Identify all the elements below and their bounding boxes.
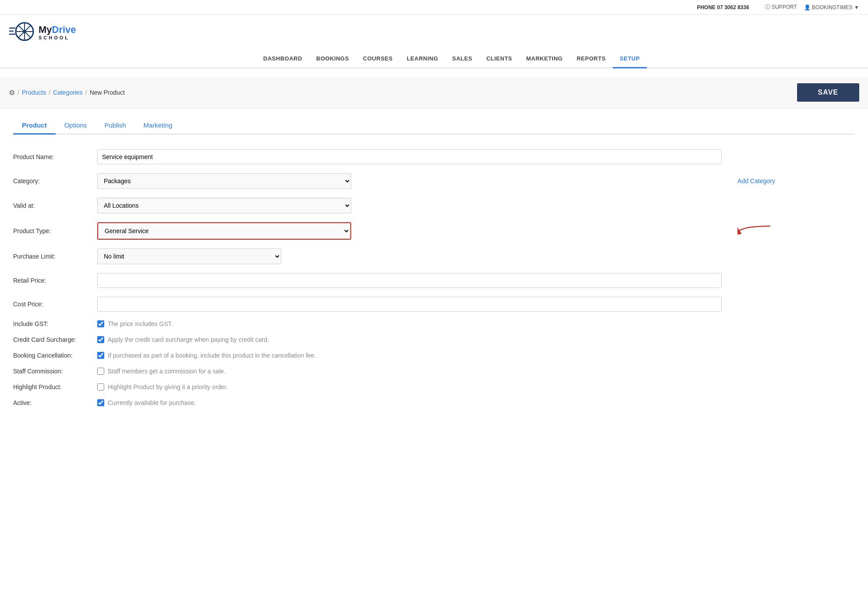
product-type-row: Product Type: General Service Course Pac… — [13, 218, 855, 244]
nav-setup[interactable]: SETUP — [613, 50, 647, 68]
purchase-limit-row: Purchase Limit: No limit 1 2 5 10 — [13, 244, 855, 269]
nav-clients[interactable]: CLIENTS — [479, 50, 519, 68]
booking-cancellation-row: Booking Cancellation: If purchased as pa… — [13, 348, 855, 363]
category-select[interactable]: Packages General Services — [97, 173, 351, 189]
nav-marketing[interactable]: MARKETING — [519, 50, 570, 68]
logo-text: MyDrive SCHOOL — [39, 25, 76, 40]
active-label: Active: — [13, 395, 92, 411]
staff-commission-checkbox-row: Staff members get a commission for a sal… — [97, 368, 722, 375]
valid-at-label: Valid at: — [13, 193, 92, 218]
staff-commission-row: Staff Commission: Staff members get a co… — [13, 363, 855, 379]
include-gst-checkbox-row: The price includes GST. — [97, 320, 722, 327]
cost-price-row: Cost Price: — [13, 292, 855, 316]
credit-card-surcharge-text: Apply the credit card surcharge when pay… — [108, 336, 269, 343]
breadcrumb-products-link[interactable]: Products — [22, 89, 46, 96]
tab-publish[interactable]: Publish — [95, 117, 134, 135]
staff-commission-text: Staff members get a commission for a sal… — [108, 368, 226, 375]
cost-price-input[interactable] — [97, 297, 722, 312]
product-name-row: Product Name: — [13, 145, 855, 169]
logo-icon — [9, 19, 35, 46]
highlight-product-label: Highlight Product: — [13, 379, 92, 395]
add-category-link[interactable]: Add Category — [737, 177, 775, 184]
retail-price-input[interactable] — [97, 273, 722, 288]
product-name-label: Product Name: — [13, 145, 92, 169]
credit-card-surcharge-row: Credit Card Surcharge: Apply the credit … — [13, 332, 855, 348]
booking-cancellation-text: If purchased as part of a booking, inclu… — [108, 352, 316, 359]
active-checkbox[interactable] — [97, 399, 104, 406]
highlight-product-checkbox[interactable] — [97, 383, 104, 390]
svg-line-12 — [18, 33, 23, 38]
cost-price-label: Cost Price: — [13, 292, 92, 316]
retail-price-label: Retail Price: — [13, 269, 92, 292]
nav-sales[interactable]: SALES — [445, 50, 480, 68]
purchase-limit-select[interactable]: No limit 1 2 5 10 — [97, 248, 281, 264]
breadcrumb-categories-link[interactable]: Categories — [53, 89, 83, 96]
header: MyDrive SCHOOL — [0, 15, 868, 46]
staff-commission-label: Staff Commission: — [13, 363, 92, 379]
save-button[interactable]: SAVE — [797, 83, 859, 102]
retail-price-row: Retail Price: — [13, 269, 855, 292]
product-type-select-wrapper: General Service Course Package Gift Vouc… — [97, 222, 351, 240]
breadcrumb: ⚙ / Products / Categories / New Product — [9, 89, 125, 97]
valid-at-row: Valid at: All Locations Location 1 Locat… — [13, 193, 855, 218]
nav-reports[interactable]: REPORTS — [570, 50, 613, 68]
product-type-select[interactable]: General Service Course Package Gift Vouc… — [98, 223, 350, 239]
credit-card-surcharge-checkbox[interactable] — [97, 336, 104, 343]
purchase-limit-select-wrapper: No limit 1 2 5 10 — [97, 248, 281, 264]
include-gst-text: The price includes GST. — [108, 320, 173, 327]
credit-card-surcharge-checkbox-row: Apply the credit card surcharge when pay… — [97, 336, 722, 343]
phone-info: PHONE 07 3062 8336 — [697, 4, 749, 11]
annotation-arrow — [737, 224, 773, 238]
active-checkbox-row: Currently available for purchase. — [97, 399, 722, 406]
phone-number: 07 3062 8336 — [717, 4, 749, 11]
svg-point-4 — [23, 30, 26, 33]
nav-courses[interactable]: COURSES — [356, 50, 400, 68]
purchase-limit-label: Purchase Limit: — [13, 244, 92, 269]
logo: MyDrive SCHOOL — [9, 19, 76, 46]
product-form: Product Name: Category: Packages General… — [13, 145, 855, 411]
include-gst-checkbox[interactable] — [97, 320, 104, 327]
product-type-label: Product Type: — [13, 218, 92, 244]
nav-bookings[interactable]: BOOKINGS — [309, 50, 356, 68]
credit-card-surcharge-label: Credit Card Surcharge: — [13, 332, 92, 348]
active-text: Currently available for purchase. — [108, 399, 196, 406]
tab-options[interactable]: Options — [56, 117, 96, 135]
highlight-product-row: Highlight Product: Highlight Product by … — [13, 379, 855, 395]
nav-dashboard[interactable]: DASHBOARD — [256, 50, 309, 68]
gear-icon[interactable]: ⚙ — [9, 89, 15, 97]
valid-at-select-wrapper: All Locations Location 1 Location 2 — [97, 198, 351, 213]
valid-at-select[interactable]: All Locations Location 1 Location 2 — [97, 198, 351, 213]
category-row: Category: Packages General Services Add … — [13, 169, 855, 193]
support-link[interactable]: ⓘ SUPPORT — [765, 4, 797, 11]
main-nav: DASHBOARD BOOKINGS COURSES LEARNING SALE… — [0, 50, 868, 68]
breadcrumb-current: New Product — [90, 89, 125, 96]
content: Product Options Publish Marketing Produc… — [0, 108, 868, 419]
category-label: Category: — [13, 169, 92, 193]
booking-cancellation-label: Booking Cancellation: — [13, 348, 92, 363]
tabs: Product Options Publish Marketing — [13, 117, 855, 135]
staff-commission-checkbox[interactable] — [97, 368, 104, 375]
breadcrumb-bar: ⚙ / Products / Categories / New Product … — [0, 77, 868, 108]
highlight-product-text: Highlight Product by giving it a priorit… — [108, 383, 228, 390]
svg-line-10 — [26, 33, 31, 38]
nav-learning[interactable]: LEARNING — [400, 50, 445, 68]
phone-label: PHONE — [697, 4, 716, 11]
include-gst-label: Include GST: — [13, 316, 92, 332]
booking-cancellation-checkbox-row: If purchased as part of a booking, inclu… — [97, 352, 722, 359]
highlight-product-checkbox-row: Highlight Product by giving it a priorit… — [97, 383, 722, 390]
active-row: Active: Currently available for purchase… — [13, 395, 855, 411]
product-name-input[interactable] — [97, 149, 722, 164]
bookingtimes-link[interactable]: 👤 BOOKINGTIMES ▼ — [804, 4, 859, 11]
svg-line-9 — [18, 25, 23, 30]
booking-cancellation-checkbox[interactable] — [97, 352, 104, 359]
tab-marketing[interactable]: Marketing — [135, 117, 181, 135]
tab-product[interactable]: Product — [13, 117, 56, 135]
include-gst-row: Include GST: The price includes GST. — [13, 316, 855, 332]
category-select-wrapper: Packages General Services — [97, 173, 351, 189]
top-bar: PHONE 07 3062 8336 ⓘ SUPPORT 👤 BOOKINGTI… — [0, 0, 868, 15]
svg-line-11 — [26, 25, 31, 30]
